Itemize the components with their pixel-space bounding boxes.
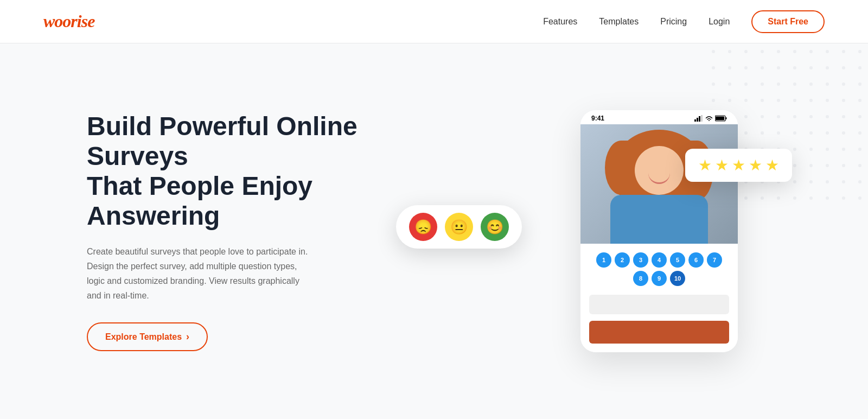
- svg-point-22: [744, 82, 748, 86]
- svg-point-76: [809, 164, 813, 167]
- svg-point-12: [744, 66, 748, 69]
- svg-point-25: [793, 82, 796, 86]
- svg-point-77: [826, 164, 829, 167]
- jacket-shape: [610, 195, 708, 244]
- scale-btn-4[interactable]: 4: [652, 252, 667, 268]
- svg-point-7: [826, 50, 829, 53]
- svg-point-45: [793, 115, 796, 118]
- svg-point-11: [728, 66, 731, 69]
- svg-point-94: [777, 196, 780, 200]
- svg-point-6: [809, 50, 813, 53]
- svg-point-49: [858, 115, 861, 118]
- star-4: ★: [749, 156, 762, 174]
- nav-link-login[interactable]: Login: [709, 17, 730, 26]
- nav-item-templates[interactable]: Templates: [599, 17, 639, 27]
- svg-point-85: [793, 180, 796, 183]
- svg-point-88: [842, 180, 845, 183]
- svg-point-46: [809, 115, 813, 118]
- text-input-mock: [589, 295, 729, 314]
- svg-point-37: [826, 99, 829, 102]
- svg-point-53: [761, 131, 764, 135]
- svg-point-99: [858, 196, 861, 200]
- battery-icon: [715, 115, 727, 122]
- svg-point-36: [809, 99, 813, 102]
- svg-point-23: [761, 82, 764, 86]
- svg-point-54: [777, 131, 780, 135]
- svg-point-68: [842, 148, 845, 151]
- svg-point-43: [761, 115, 764, 118]
- svg-point-24: [777, 82, 780, 86]
- svg-point-59: [858, 131, 861, 135]
- scale-btn-8[interactable]: 8: [633, 271, 648, 286]
- star-5: ★: [765, 156, 779, 174]
- scale-btn-1[interactable]: 1: [596, 252, 611, 268]
- smile-shape: [648, 173, 670, 184]
- nav-link-features[interactable]: Features: [543, 17, 577, 26]
- emoji-neutral: 😐: [445, 213, 473, 241]
- hero-title: Build Powerful Online Surveys That Peopl…: [87, 111, 369, 231]
- phone-content: 1 2 3 4 5 6 7 8 9 10: [580, 244, 738, 352]
- hero-title-line1: Build Powerful Online Surveys: [87, 112, 358, 170]
- scale-btn-5[interactable]: 5: [670, 252, 685, 268]
- start-free-button[interactable]: Start Free: [751, 10, 825, 33]
- nav-item-login[interactable]: Login: [709, 17, 730, 27]
- face-shape: [635, 146, 684, 195]
- svg-point-42: [744, 115, 748, 118]
- svg-point-52: [744, 131, 748, 135]
- phone-status-bar: 9:41: [580, 110, 738, 124]
- hero-section: Build Powerful Online Surveys That Peopl…: [0, 43, 868, 419]
- svg-point-26: [809, 82, 813, 86]
- svg-point-98: [842, 196, 845, 200]
- svg-point-58: [842, 131, 845, 135]
- svg-point-19: [858, 66, 861, 69]
- svg-point-28: [842, 82, 845, 86]
- nav-item-pricing[interactable]: Pricing: [660, 17, 687, 27]
- phone-photo: [580, 124, 738, 244]
- explore-templates-button[interactable]: Explore Templates ›: [87, 322, 208, 351]
- scale-btn-7[interactable]: 7: [707, 252, 722, 268]
- svg-point-21: [728, 82, 731, 86]
- explore-templates-label: Explore Templates: [105, 332, 182, 342]
- svg-point-32: [744, 99, 748, 102]
- nav-item-cta[interactable]: Start Free: [751, 10, 825, 33]
- svg-point-5: [793, 50, 796, 53]
- phone-mockup: 9:41: [580, 110, 738, 352]
- woman-illustration: [610, 130, 708, 244]
- svg-point-66: [809, 148, 813, 151]
- svg-point-35: [793, 99, 796, 102]
- svg-point-92: [744, 196, 748, 200]
- svg-point-29: [858, 82, 861, 86]
- svg-point-78: [842, 164, 845, 167]
- svg-point-95: [793, 196, 796, 200]
- svg-point-0: [712, 50, 715, 53]
- phone-time: 9:41: [591, 115, 604, 122]
- svg-rect-103: [701, 115, 703, 122]
- scale-btn-10[interactable]: 10: [670, 271, 685, 286]
- scale-btn-9[interactable]: 9: [652, 271, 667, 286]
- svg-rect-100: [694, 119, 696, 122]
- nav-links: Features Templates Pricing Login Start F…: [543, 10, 825, 33]
- nav-link-templates[interactable]: Templates: [599, 17, 639, 26]
- svg-point-33: [761, 99, 764, 102]
- nav-item-features[interactable]: Features: [543, 17, 577, 27]
- svg-point-86: [809, 180, 813, 183]
- emoji-sad: 😞: [409, 213, 437, 241]
- scale-btn-2[interactable]: 2: [615, 252, 630, 268]
- nav-link-pricing[interactable]: Pricing: [660, 17, 687, 26]
- svg-point-47: [826, 115, 829, 118]
- svg-point-34: [777, 99, 780, 102]
- svg-point-56: [809, 131, 813, 135]
- emoji-happy: 😊: [481, 213, 509, 241]
- svg-point-2: [744, 50, 748, 53]
- svg-point-57: [826, 131, 829, 135]
- scale-btn-6[interactable]: 6: [688, 252, 704, 268]
- svg-point-97: [826, 196, 829, 200]
- scale-btn-3[interactable]: 3: [633, 252, 648, 268]
- svg-point-75: [793, 164, 796, 167]
- logo[interactable]: woorise: [43, 11, 94, 31]
- star-2: ★: [715, 156, 729, 174]
- svg-point-9: [858, 50, 861, 53]
- number-scale: 1 2 3 4 5 6 7 8 9 10: [589, 252, 729, 286]
- star-1: ★: [698, 156, 712, 174]
- svg-point-8: [842, 50, 845, 53]
